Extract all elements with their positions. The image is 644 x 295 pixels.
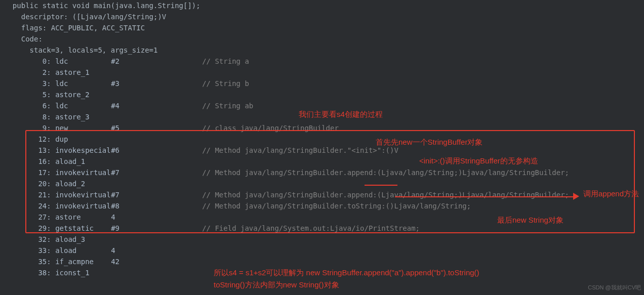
annot-append: 调用append方法 xyxy=(583,188,639,199)
annot-new: 首先先new一个StringBuffer对象 xyxy=(376,137,482,148)
annot-summary1: 所以s4 = s1+s2可以理解为 new StringBuffer.appen… xyxy=(214,267,479,278)
annot-init: <init>:()调用StringBuffer的无参构造 xyxy=(419,155,538,166)
screenshot-root: { "code": { "l01": " public static void … xyxy=(0,0,644,295)
watermark: CSDN @我就叫CV吧 xyxy=(588,282,641,293)
annot-tostring: 最后new String对象 xyxy=(497,215,564,226)
bytecode-dump: public static void main(java.lang.String… xyxy=(0,0,644,278)
annot-summary2: toString()方法内部为new String()对象 xyxy=(214,279,339,290)
annot-header: 我们主要看s4创建的过程 xyxy=(299,109,383,120)
